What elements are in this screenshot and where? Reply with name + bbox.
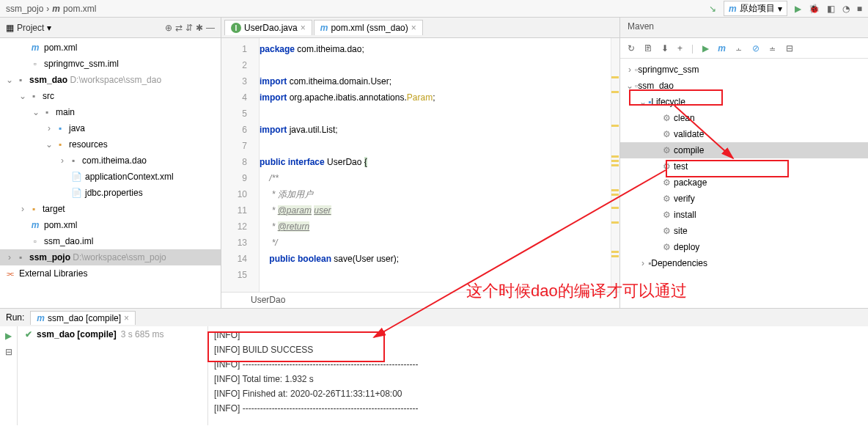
maven-goal[interactable]: ⚙validate (620, 126, 868, 142)
tree-folder[interactable]: ⌄▪ssm_dao D:\workspace\ssm_dao (0, 72, 221, 88)
stop-icon[interactable]: ■ (857, 4, 862, 14)
maven-goal[interactable]: ⚙test (620, 158, 868, 175)
project-panel: ▦ Project ▾ ⊕ ⇄ ⇵ ✱ — mpom.xml ▫springmv… (0, 18, 221, 308)
maven-goal[interactable]: ⚙deploy (620, 239, 868, 255)
chevron-down-icon: ▾ (778, 4, 782, 14)
tree-folder[interactable]: ›▪target (0, 201, 221, 217)
maven-tree[interactable]: ›▫springmvc_ssm ⌄▫ssm_dao ⌄▪Lifecycle ⚙c… (620, 59, 868, 308)
tree-file[interactable]: 📄applicationContext.xml (0, 169, 221, 185)
expand-icon[interactable]: ⇄ (175, 23, 183, 33)
config-selector[interactable]: m 原始项目 ▾ (724, 1, 787, 16)
editor-body[interactable]: 123456789101112131415 package com.itheim… (221, 38, 619, 292)
marker-strip[interactable] (611, 38, 619, 292)
folder-icon: ▪ (67, 155, 79, 166)
tree-file[interactable]: ▫springmvc_ssm.iml (0, 56, 221, 72)
props-icon: 📄 (70, 187, 82, 199)
hide-icon[interactable]: — (206, 23, 215, 33)
maven-goal[interactable]: ⚙verify (620, 191, 868, 207)
folder-icon: ▪ (15, 74, 26, 86)
folder-icon: ▪ (28, 203, 40, 215)
gear-icon[interactable]: ✱ (196, 23, 203, 33)
tree-folder[interactable]: ›▪ssm_pojo D:\workspace\ssm_pojo (0, 249, 221, 265)
collapse-icon[interactable]: ⇵ (185, 23, 193, 33)
m-icon: m (29, 219, 41, 231)
breadcrumb-bar: ssm_pojo › m pom.xml ↘ m 原始项目 ▾ ▶ 🐞 ◧ ◔ … (0, 0, 868, 18)
m-icon: m (320, 23, 328, 33)
run-tree[interactable]: ✔ ssm_dao [compile] 3 s 685 ms (18, 326, 208, 425)
select-opened-icon[interactable]: ⊕ (165, 23, 172, 33)
editor-tab[interactable]: mpom.xml (ssm_dao)× (314, 20, 423, 35)
gear-icon: ⚙ (663, 226, 671, 236)
debug-icon[interactable]: 🐞 (809, 4, 820, 14)
hammer-icon[interactable]: ↘ (709, 4, 716, 14)
run-item[interactable]: ✔ ssm_dao [compile] 3 s 685 ms (18, 326, 207, 342)
show-deps-icon[interactable]: ⫨ (768, 43, 777, 54)
gear-icon: ⚙ (663, 177, 671, 188)
tree-folder[interactable]: ⌄▪src (0, 88, 221, 104)
interface-icon: I (231, 23, 241, 33)
tree-folder[interactable]: ⌄▪resources (0, 136, 221, 153)
maven-lifecycle[interactable]: ⌄▪Lifecycle (620, 94, 868, 110)
project-tree[interactable]: mpom.xml ▫springmvc_ssm.iml ⌄▪ssm_dao D:… (0, 38, 221, 308)
close-icon[interactable]: × (124, 313, 129, 323)
panel-title: Project (17, 23, 44, 33)
folder-icon: ▪ (54, 122, 66, 134)
check-icon: ✔ (25, 329, 32, 339)
maven-goal[interactable]: ⚙package (620, 175, 868, 191)
line-gutter: 123456789101112131415 (221, 38, 260, 292)
tree-folder[interactable]: ›▪java (0, 120, 221, 136)
maven-project[interactable]: ›▫springmvc_ssm (620, 62, 868, 78)
run-icon[interactable]: ▶ (702, 43, 709, 54)
coverage-icon[interactable]: ◧ (827, 4, 835, 14)
close-icon[interactable]: × (301, 23, 306, 33)
tree-item[interactable]: ⫘External Libraries (0, 265, 221, 282)
tree-folder[interactable]: ›▪com.itheima.dao (0, 153, 221, 169)
run-icon[interactable]: ▶ (5, 331, 12, 341)
stop-icon[interactable]: ⊟ (5, 347, 12, 357)
gear-icon: ⚙ (663, 242, 671, 252)
console-line: [INFO] ---------------------------------… (214, 357, 862, 372)
refresh-icon[interactable]: ↻ (628, 43, 635, 54)
tree-file[interactable]: ▫ssm_dao.iml (0, 233, 221, 249)
file-icon: ▫ (29, 58, 41, 70)
tree-file[interactable]: mpom.xml (0, 40, 221, 56)
breadcrumb-item[interactable]: pom.xml (63, 4, 96, 14)
run-tab[interactable]: m ssm_dao [compile] × (30, 311, 136, 325)
tree-file[interactable]: mpom.xml (0, 217, 221, 233)
code-area[interactable]: package com.itheima.dao; import com.ithe… (260, 38, 619, 292)
console-line: [INFO] (214, 328, 862, 342)
skip-tests-icon[interactable]: ⊘ (752, 43, 760, 54)
run-icon[interactable]: ▶ (795, 4, 801, 14)
toggle-icon[interactable]: ⫠ (735, 43, 743, 54)
download-icon[interactable]: ⬇ (661, 43, 669, 54)
profile-icon[interactable]: ◔ (842, 4, 850, 14)
add-icon[interactable]: + (677, 43, 683, 54)
maven-goal[interactable]: ⚙site (620, 223, 868, 239)
editor-tab[interactable]: IUserDao.java× (224, 20, 312, 35)
tree-folder[interactable]: ⌄▪main (0, 104, 221, 120)
close-icon[interactable]: × (411, 23, 416, 33)
maven-goal[interactable]: ⚙clean (620, 110, 868, 126)
chevron-down-icon: ⌄ (18, 91, 28, 101)
breadcrumb-item[interactable]: ssm_pojo (6, 4, 43, 14)
gear-icon: ⚙ (663, 145, 671, 155)
chevron-right-icon: › (4, 252, 15, 262)
maven-title: Maven (620, 18, 868, 38)
chevron-right-icon: › (18, 204, 28, 214)
m-icon: m (37, 313, 45, 323)
maven-goal[interactable]: ⚙install (620, 207, 868, 223)
collapse-icon[interactable]: ⊟ (786, 43, 793, 54)
maven-deps[interactable]: ›▪Dependencies (620, 255, 868, 271)
folder-icon: ▪ (28, 90, 40, 102)
chevron-down-icon[interactable]: ▾ (47, 23, 51, 33)
console-line: [INFO] BUILD SUCCESS (214, 342, 862, 357)
maven-goal-compile[interactable]: ⚙compile (620, 142, 868, 158)
editor-panel: IUserDao.java× mpom.xml (ssm_dao)× 12345… (221, 18, 620, 308)
gear-icon: ⚙ (663, 161, 671, 172)
tree-file[interactable]: 📄jdbc.properties (0, 185, 221, 201)
maven-project[interactable]: ⌄▫ssm_dao (620, 78, 868, 94)
generate-icon[interactable]: 🖹 (644, 43, 652, 54)
run-label: Run: (6, 312, 24, 323)
m-icon[interactable]: m (718, 43, 726, 54)
console-output[interactable]: [INFO] [INFO] BUILD SUCCESS [INFO] -----… (208, 326, 868, 425)
